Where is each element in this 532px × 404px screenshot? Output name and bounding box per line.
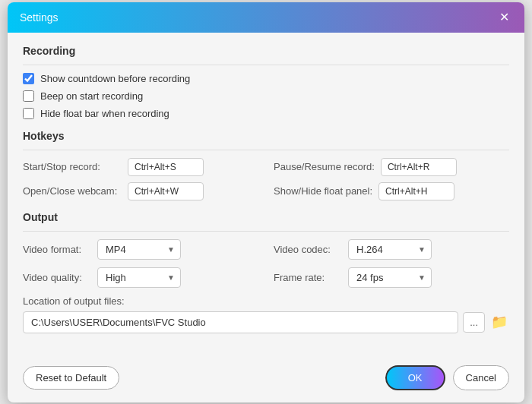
cancel-button[interactable]: Cancel: [453, 365, 509, 390]
start-stop-input[interactable]: [128, 158, 204, 176]
output-section: Output Video format: MP4 AVI MOV MKV ▼: [23, 211, 509, 333]
show-countdown-label: Show countdown before recording: [40, 73, 190, 84]
open-close-webcam-label: Open/Close webcam:: [23, 185, 122, 197]
location-input[interactable]: [23, 311, 458, 333]
recording-title: Recording: [23, 45, 509, 57]
settings-dialog: Settings ✕ Recording Show countdown befo…: [8, 2, 524, 402]
dialog-content: Recording Show countdown before recordin…: [8, 33, 524, 356]
frame-rate-wrapper: 24 fps 30 fps 60 fps ▼: [348, 267, 432, 288]
checkbox-row-3: Hide float bar when recording: [23, 108, 509, 119]
hotkeys-divider: [23, 150, 509, 150]
output-grid: Video format: MP4 AVI MOV MKV ▼ Video co…: [23, 239, 509, 288]
hotkey-row-3: Open/Close webcam:: [23, 182, 258, 200]
footer: Reset to Default OK Cancel: [8, 356, 524, 402]
beep-on-start-checkbox[interactable]: [23, 90, 34, 102]
show-countdown-checkbox[interactable]: [23, 73, 34, 84]
frame-rate-select[interactable]: 24 fps 30 fps 60 fps: [348, 267, 432, 288]
hide-float-bar-checkbox[interactable]: [23, 108, 34, 119]
hotkey-row-2: Pause/Resume record:: [274, 158, 509, 176]
video-format-row: Video format: MP4 AVI MOV MKV ▼: [23, 239, 258, 260]
title-bar: Settings ✕: [8, 2, 524, 33]
reset-button[interactable]: Reset to Default: [23, 366, 119, 390]
frame-rate-label: Frame rate:: [274, 272, 342, 283]
checkbox-row-2: Beep on start recording: [23, 90, 509, 102]
hotkey-row-1: Start/Stop record:: [23, 158, 258, 176]
open-close-webcam-input[interactable]: [128, 182, 204, 200]
show-hide-float-label: Show/Hide float panel:: [274, 185, 372, 197]
dialog-title: Settings: [20, 11, 59, 24]
video-format-select[interactable]: MP4 AVI MOV MKV: [97, 239, 181, 260]
pause-resume-label: Pause/Resume record:: [274, 161, 375, 172]
output-title: Output: [23, 211, 509, 223]
video-quality-select[interactable]: High Medium Low: [97, 267, 181, 288]
hide-float-bar-label: Hide float bar when recording: [40, 108, 169, 119]
pause-resume-input[interactable]: [381, 158, 457, 176]
hotkeys-grid: Start/Stop record: Pause/Resume record: …: [23, 158, 509, 200]
video-codec-wrapper: H.264 H.265 VP9 ▼: [348, 239, 432, 260]
footer-right: OK Cancel: [385, 365, 509, 390]
close-button[interactable]: ✕: [496, 10, 512, 25]
beep-on-start-label: Beep on start recording: [40, 90, 143, 102]
video-codec-label: Video codec:: [274, 244, 342, 255]
recording-section: Recording Show countdown before recordin…: [23, 45, 509, 119]
folder-icon: 📁: [491, 314, 508, 330]
output-divider: [23, 231, 509, 232]
video-quality-row: Video quality: High Medium Low ▼: [23, 267, 258, 288]
video-codec-row: Video codec: H.264 H.265 VP9 ▼: [274, 239, 509, 260]
hotkeys-title: Hotkeys: [23, 130, 509, 142]
recording-divider: [23, 65, 509, 65]
start-stop-label: Start/Stop record:: [23, 161, 122, 172]
video-format-label: Video format:: [23, 244, 91, 255]
hotkeys-section: Hotkeys Start/Stop record: Pause/Resume …: [23, 130, 509, 200]
more-button[interactable]: ...: [463, 312, 485, 333]
show-hide-float-input[interactable]: [378, 182, 454, 200]
video-quality-wrapper: High Medium Low ▼: [97, 267, 181, 288]
folder-button[interactable]: 📁: [489, 312, 509, 332]
video-format-wrapper: MP4 AVI MOV MKV ▼: [97, 239, 181, 260]
frame-rate-row: Frame rate: 24 fps 30 fps 60 fps ▼: [274, 267, 509, 288]
location-row: ... 📁: [23, 311, 509, 333]
video-codec-select[interactable]: H.264 H.265 VP9: [348, 239, 432, 260]
hotkey-row-4: Show/Hide float panel:: [274, 182, 509, 200]
location-label: Location of output files:: [23, 295, 509, 307]
video-quality-label: Video quality:: [23, 272, 91, 283]
checkbox-row-1: Show countdown before recording: [23, 73, 509, 84]
ok-button[interactable]: OK: [385, 365, 445, 390]
